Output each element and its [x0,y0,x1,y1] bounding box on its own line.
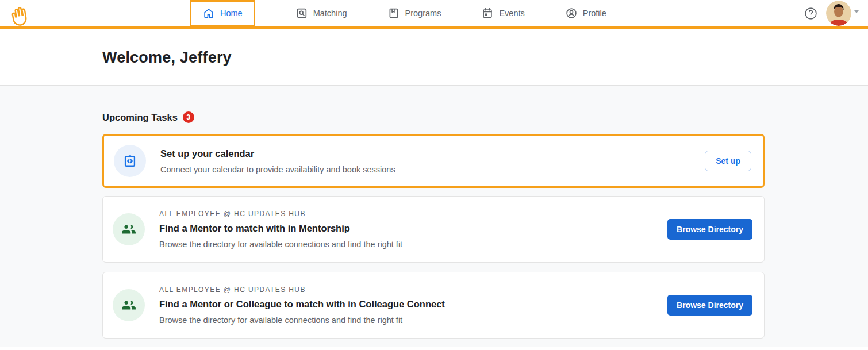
task-eyebrow: ALL EMPLOYEE @ HC UPDATES HUB [159,286,667,294]
nav-item-programs[interactable]: Programs [387,7,441,20]
people-icon [113,289,145,321]
nav-label-programs: Programs [405,9,441,18]
task-card-colleague-connect: ALL EMPLOYEE @ HC UPDATES HUB Find a Men… [102,272,765,339]
tasks-heading: Upcoming Tasks [102,112,178,123]
browse-directory-button-mentorship[interactable]: Browse Directory [667,219,752,240]
nav-label-home: Home [220,9,243,18]
events-icon [481,7,494,20]
calendar-setup-icon [114,145,146,177]
nav-item-home[interactable]: Home [190,0,255,26]
wave-hand-icon[interactable] [10,3,31,26]
home-icon [202,7,215,20]
top-navigation-bar: Home Matching Programs [0,0,868,29]
tasks-header: Upcoming Tasks 3 [102,111,765,123]
task-description: Connect your calendar to provide availab… [160,165,705,174]
nav-item-profile[interactable]: Profile [565,7,606,20]
welcome-section: Welcome, Jeffery [0,29,868,86]
profile-menu[interactable] [826,1,859,26]
task-card-calendar: Set up your calendar Connect your calend… [102,134,765,188]
task-card-text: Set up your calendar Connect your calend… [160,148,705,174]
task-description: Browse the directory for available conne… [159,240,667,249]
upcoming-tasks-section: Upcoming Tasks 3 Set up your calendar Co… [0,86,868,347]
browse-directory-button-colleague[interactable]: Browse Directory [667,295,752,316]
task-title: Find a Mentor to match with in Mentorshi… [159,223,667,234]
nav-label-events: Events [499,9,524,18]
tasks-count-badge: 3 [183,111,194,123]
topbar-right-cluster [804,0,859,26]
user-avatar [826,1,851,26]
task-card-mentorship: ALL EMPLOYEE @ HC UPDATES HUB Find a Men… [102,196,765,263]
main-nav: Home Matching Programs [202,0,606,26]
nav-label-matching: Matching [313,9,347,18]
task-card-text: ALL EMPLOYEE @ HC UPDATES HUB Find a Men… [159,286,667,325]
programs-icon [387,7,400,20]
chevron-down-icon [854,10,859,13]
task-description: Browse the directory for available conne… [159,316,667,325]
page-title: Welcome, Jeffery [102,49,868,67]
nav-item-events[interactable]: Events [481,7,524,20]
task-title: Set up your calendar [160,148,705,159]
help-icon[interactable] [804,6,818,21]
profile-icon [565,7,578,20]
task-eyebrow: ALL EMPLOYEE @ HC UPDATES HUB [159,210,667,218]
task-title: Find a Mentor or Colleague to match with… [159,299,667,310]
matching-icon [295,7,308,20]
nav-label-profile: Profile [583,9,606,18]
people-icon [113,213,145,245]
main-content: Welcome, Jeffery Upcoming Tasks 3 Set up… [0,29,868,347]
set-up-button[interactable]: Set up [705,151,751,171]
nav-item-matching[interactable]: Matching [295,7,347,20]
task-card-text: ALL EMPLOYEE @ HC UPDATES HUB Find a Men… [159,210,667,249]
